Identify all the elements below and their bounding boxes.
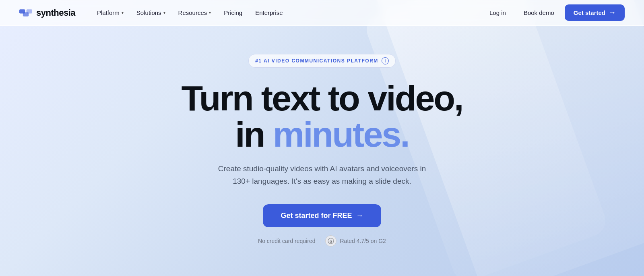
arrow-right-icon: →	[609, 8, 616, 17]
hero-section: #1 AI VIDEO COMMUNICATIONS PLATFORM i Tu…	[0, 26, 644, 247]
no-credit-card-text: No credit card required	[258, 238, 315, 244]
divider	[320, 237, 320, 245]
logo-link[interactable]: synthesia	[19, 8, 75, 18]
hero-headline-line2: in minutes.	[235, 116, 409, 153]
chevron-down-icon: ▾	[209, 10, 211, 15]
chevron-down-icon: ▾	[163, 10, 165, 15]
logo-text: synthesia	[36, 8, 75, 18]
nav-item-platform[interactable]: Platform ▾	[91, 6, 129, 19]
nav-right: Log in Book demo Get started →	[482, 4, 625, 21]
nav-item-solutions[interactable]: Solutions ▾	[131, 6, 171, 19]
badge-text: #1 AI VIDEO COMMUNICATIONS PLATFORM	[255, 58, 378, 64]
g2-icon: G	[325, 235, 336, 247]
hero-badge: #1 AI VIDEO COMMUNICATIONS PLATFORM i	[248, 54, 396, 68]
book-demo-button[interactable]: Book demo	[516, 6, 561, 20]
cta-arrow-icon: →	[356, 212, 363, 220]
social-proof: No credit card required G Rated 4.7/5 on…	[258, 235, 386, 247]
nav-links: Platform ▾ Solutions ▾ Resources ▾ Prici…	[91, 6, 482, 19]
nav-item-resources[interactable]: Resources ▾	[173, 6, 217, 19]
nav-item-pricing[interactable]: Pricing	[218, 6, 248, 19]
info-icon[interactable]: i	[382, 57, 389, 64]
logo-icon	[19, 8, 32, 18]
get-started-nav-button[interactable]: Get started →	[565, 4, 625, 21]
hero-highlight: minutes.	[273, 114, 409, 154]
g2-rating-text: Rated 4.7/5 on G2	[340, 238, 386, 244]
svg-rect-2	[23, 12, 29, 16]
hero-headline-line1: Turn text to video,	[181, 81, 462, 116]
chevron-down-icon: ▾	[122, 10, 124, 15]
login-button[interactable]: Log in	[482, 6, 513, 20]
navbar: synthesia Platform ▾ Solutions ▾ Resourc…	[0, 0, 644, 26]
nav-item-enterprise[interactable]: Enterprise	[250, 6, 288, 19]
g2-badge: G Rated 4.7/5 on G2	[325, 235, 386, 247]
hero-subtitle: Create studio-quality videos with AI ava…	[209, 163, 435, 187]
cta-button[interactable]: Get started for FREE →	[263, 204, 381, 227]
svg-text:G: G	[330, 240, 332, 243]
page-wrapper: synthesia Platform ▾ Solutions ▾ Resourc…	[0, 0, 644, 276]
